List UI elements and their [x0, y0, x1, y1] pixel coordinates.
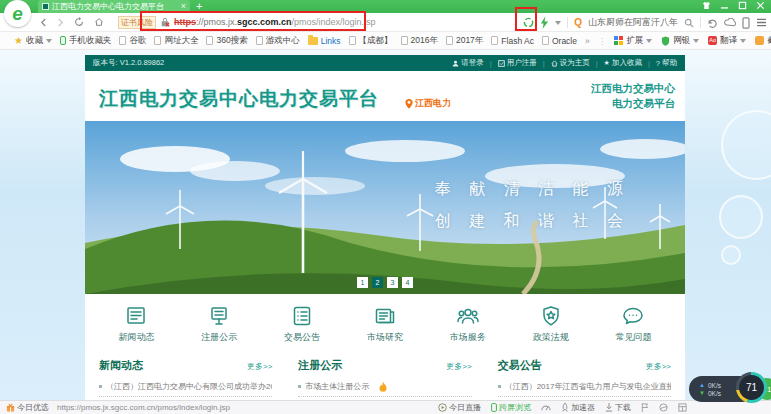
bookmark-mobile-favorites[interactable]: 手机收藏夹 — [60, 35, 112, 47]
register-link[interactable]: 用户注册 — [498, 58, 537, 68]
certificate-risk-badge[interactable]: 证书风险 — [118, 16, 156, 29]
window-icon[interactable] — [678, 403, 687, 412]
bookmark-item[interactable]: 游戏中心 — [256, 35, 300, 47]
report-icon — [373, 304, 397, 328]
daily-picks-link[interactable]: 今日优选 — [6, 402, 49, 413]
favorites-menu[interactable]: ★ 收藏 — [14, 35, 52, 47]
flag-icon[interactable] — [641, 403, 649, 412]
extensions-menu[interactable]: 扩展 — [614, 35, 652, 47]
broken-lock-icon[interactable] — [160, 17, 170, 28]
screenshot-menu[interactable]: 截图 — [755, 35, 771, 47]
forward-icon[interactable] — [57, 18, 64, 27]
location-selector[interactable]: 江西电力 — [405, 97, 451, 110]
screenshot-icon — [755, 36, 764, 45]
speedometer-icon[interactable] — [541, 403, 551, 412]
news-item-link[interactable]: （江西）2017年江西省电力用户与发电企业直接交易 — [498, 378, 671, 397]
quick-nav: 新闻动态 注册公示 交易公告 市场研究 市场服务 政策法规 — [85, 294, 685, 353]
live-button[interactable]: 今日直播 — [438, 402, 481, 413]
pager-1[interactable]: 1 — [357, 277, 368, 288]
download-icon — [605, 403, 613, 412]
location-pin-icon — [405, 99, 413, 109]
address-search-input[interactable]: 山东厨师在阿富汗八年 — [588, 16, 678, 29]
translate-menu[interactable]: Ao翻译 — [708, 35, 746, 47]
accelerator-button[interactable]: 加速器 — [561, 402, 595, 413]
news-item-link[interactable]: 市场主体注册公示 — [298, 378, 471, 397]
bookmark-item[interactable]: 360搜索 — [206, 35, 247, 47]
undo-closed-tab-icon[interactable] — [707, 18, 718, 28]
nav-market-research[interactable]: 市场研究 — [367, 304, 403, 344]
more-link[interactable]: 更多>> — [247, 361, 272, 372]
bookmark-item[interactable]: 2017年 — [446, 35, 483, 47]
star-icon: ★ — [14, 35, 23, 46]
url-field[interactable]: https://pmos.jx.sgcc.com.cn/pmos/index/l… — [174, 17, 376, 27]
page-icon — [401, 36, 408, 45]
menu-icon[interactable] — [756, 18, 767, 27]
skin-icon[interactable] — [702, 1, 711, 10]
new-tab-button[interactable]: + — [196, 0, 202, 13]
cloud-sync-icon[interactable] — [724, 18, 736, 27]
acceleration-ball-gauge[interactable]: 71 — [736, 372, 767, 403]
search-engine-logo[interactable]: Q — [574, 17, 582, 28]
status-url: https://pmos.jx.sgcc.com.cn/pmos/index/l… — [57, 403, 230, 412]
page-icon — [256, 36, 263, 45]
play-circle-icon — [438, 403, 447, 412]
bookmark-item[interactable]: 网址大全 — [154, 35, 198, 47]
online-banking-menu[interactable]: 网银 — [661, 35, 699, 47]
rocket-icon — [561, 403, 569, 412]
add-favorite-link[interactable]: ★加入收藏 — [604, 58, 642, 68]
maximize-icon[interactable] — [738, 1, 747, 10]
speed-mode-dropdown-icon[interactable] — [555, 21, 561, 25]
browser-tab[interactable]: 江西电力交易中心电力交易平台 × — [38, 0, 190, 13]
page-icon — [446, 36, 453, 45]
site-safety-icon[interactable] — [523, 17, 534, 28]
bookmark-item[interactable]: Flash Ac — [491, 36, 534, 46]
close-icon[interactable] — [756, 1, 765, 10]
login-link[interactable]: 请登录 — [452, 58, 484, 68]
nav-market-service[interactable]: 市场服务 — [450, 304, 486, 344]
decor-bubble — [719, 195, 763, 239]
pager-2-active[interactable]: 2 — [372, 277, 383, 288]
nav-trade-notice[interactable]: 交易公告 — [284, 304, 320, 344]
tab-close-icon[interactable]: × — [181, 2, 186, 11]
minimize-icon[interactable] — [720, 1, 729, 10]
set-homepage-link[interactable]: 设为主页 — [551, 58, 590, 68]
bookmark-item[interactable]: Oracle — [542, 36, 577, 46]
bookmark-folder-links[interactable]: Links — [308, 36, 341, 46]
nav-registration[interactable]: 注册公示 — [201, 304, 237, 344]
download-button[interactable]: 下载 — [605, 402, 631, 413]
pager-3[interactable]: 3 — [387, 277, 398, 288]
hero-banner[interactable]: 奉 献 清 洁 能 源 创 建 和 谐 社 会 1 2 3 4 — [85, 121, 685, 294]
more-link[interactable]: 更多>> — [446, 361, 471, 372]
column-title: 注册公示 — [298, 358, 342, 373]
back-icon[interactable] — [40, 18, 47, 27]
news-item-link[interactable]: （江西）江西电力交易中心有限公司成功举办2017年 — [99, 378, 272, 397]
folder-icon — [308, 37, 318, 45]
page-icon — [206, 36, 213, 45]
search-icon[interactable] — [684, 18, 694, 28]
speed-mode-lightning-icon[interactable] — [540, 16, 549, 29]
divider-dots-icon: ⋮ — [598, 36, 607, 46]
more-link[interactable]: 更多>> — [646, 361, 671, 372]
help-link[interactable]: ?帮助 — [656, 58, 677, 68]
cross-screen-button[interactable]: 跨屏浏览 — [491, 402, 531, 413]
nav-policies[interactable]: 政策法规 — [533, 304, 569, 344]
phone-sync-icon[interactable] — [742, 17, 750, 29]
bookmark-item[interactable]: 谷歌 — [119, 35, 146, 47]
list-icon — [290, 304, 314, 328]
newspaper-icon — [124, 304, 148, 328]
extensions-icon — [614, 36, 623, 45]
ie-browser-icon[interactable] — [659, 403, 668, 412]
gift-icon — [6, 403, 15, 412]
nav-news[interactable]: 新闻动态 — [118, 304, 154, 344]
tab-title: 江西电力交易中心电力交易平台 — [52, 1, 178, 12]
bookmarks-overflow-icon[interactable]: » — [585, 36, 590, 46]
pager-4[interactable]: 4 — [402, 277, 413, 288]
refresh-icon[interactable] — [74, 17, 84, 27]
bookmark-item[interactable]: 【成都】 — [349, 35, 393, 47]
home-icon[interactable] — [94, 17, 104, 27]
page-icon — [349, 36, 356, 45]
people-icon — [456, 304, 480, 328]
browser-logo[interactable]: e — [4, 0, 31, 27]
bookmark-item[interactable]: 2016年 — [401, 35, 438, 47]
nav-faq[interactable]: 常见问题 — [615, 304, 651, 344]
